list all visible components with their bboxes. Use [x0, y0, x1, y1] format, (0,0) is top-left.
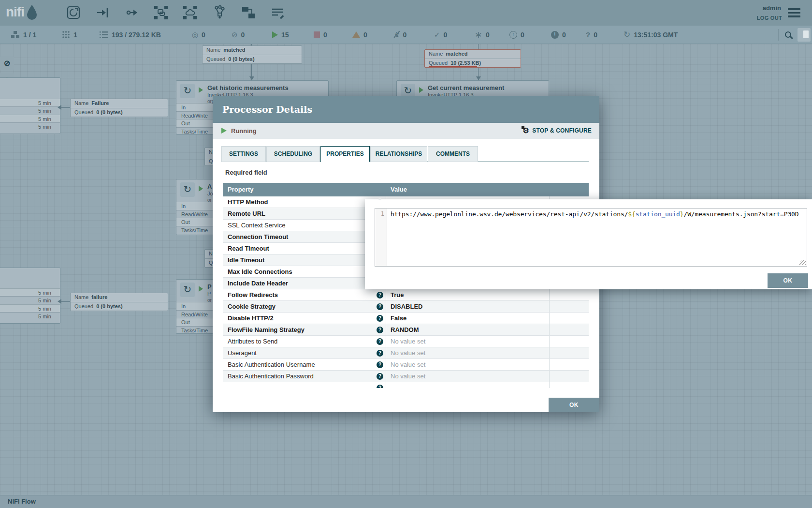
stat-duration: 5 min	[0, 106, 60, 114]
property-row[interactable]: Attributes to SendNo value set	[223, 336, 589, 347]
drag-processor-icon[interactable]	[66, 5, 81, 20]
dialog-tabs: SETTINGS SCHEDULING PROPERTIES RELATIONS…	[221, 146, 478, 162]
search-button[interactable]	[785, 26, 791, 44]
table-header: Property Value	[223, 183, 589, 196]
label-key: Queued	[206, 56, 225, 62]
property-name: Connection Timeout	[228, 233, 288, 240]
processor-cut-off-left[interactable]: 5 min 5 min 5 min 5 min	[0, 77, 60, 134]
connection-name-row: Namefailure	[71, 293, 168, 302]
locally-modified-stale-icon: !	[551, 31, 559, 39]
property-name: Useragent	[228, 349, 257, 357]
tab-comments[interactable]: COMMENTS	[428, 146, 478, 162]
global-menu-icon[interactable]	[788, 8, 800, 17]
connection-queued-row: Queued0 (0 bytes)	[71, 302, 168, 311]
property-name: Max Idle Connections	[228, 268, 292, 275]
stat-duration: 5 min	[0, 99, 60, 106]
el-open-token: ${	[628, 210, 635, 218]
status-running: 15	[272, 26, 289, 44]
help-icon[interactable]	[377, 338, 383, 345]
connection-line[interactable]	[61, 107, 70, 108]
processor-type-icon	[180, 84, 195, 98]
property-row[interactable]: Cookie StrategyDISABLED	[223, 301, 589, 313]
processor-type: Jo	[207, 191, 213, 196]
connection-queued-row: Queued0 (0 bytes)	[71, 108, 168, 117]
help-icon[interactable]	[377, 385, 383, 388]
status-count: 0	[562, 31, 566, 39]
running-state-icon	[199, 87, 203, 93]
drag-funnel-icon[interactable]	[212, 5, 227, 20]
property-row[interactable]: Basic Authentication UsernameNo value se…	[223, 359, 589, 371]
property-name: SSL Context Service	[228, 222, 285, 229]
locally-modified-icon	[475, 31, 482, 38]
status-transmitting: 0	[192, 26, 205, 44]
stat-duration: 5 min	[0, 304, 60, 312]
drag-input-port-icon[interactable]	[96, 5, 110, 20]
property-row[interactable]: Follow RedirectsTrue	[223, 289, 589, 301]
connection-name-row: Namematched	[425, 50, 521, 59]
help-icon[interactable]	[377, 350, 383, 357]
status-count: 15	[281, 31, 289, 39]
status-disabled: 0	[393, 26, 406, 44]
cluster-cubes-icon	[11, 31, 20, 39]
property-value: No value set	[391, 361, 425, 368]
drag-process-group-icon[interactable]	[154, 5, 168, 20]
dialog-ok-button[interactable]: OK	[549, 398, 599, 412]
logout-link[interactable]: LOG OUT	[757, 15, 782, 21]
processor-cut-off-left[interactable]: 5 min 5 min 5 min 5 min	[0, 268, 60, 324]
stop-and-configure-button[interactable]: STOP & CONFIGURE	[523, 127, 592, 134]
stat-duration: 5 min	[0, 312, 60, 320]
help-icon[interactable]	[377, 361, 383, 368]
connection-label-failure[interactable]: NameFailure Queued0 (0 bytes)	[70, 99, 168, 117]
property-row[interactable]: FlowFile Naming StrategyRANDOM	[223, 324, 589, 336]
tab-properties[interactable]: PROPERTIES	[320, 146, 370, 162]
editor-ok-button[interactable]: OK	[768, 273, 808, 288]
connection-label-failure[interactable]: Namefailure Queued0 (0 bytes)	[70, 293, 168, 311]
help-icon[interactable]	[377, 327, 383, 333]
stat-duration: 5 min	[0, 122, 60, 130]
label-value: matched	[223, 47, 245, 53]
property-name: Follow Redirects	[228, 291, 278, 299]
property-row-clipped[interactable]	[223, 382, 589, 388]
breadcrumb-bar: NiFi Flow	[0, 495, 812, 508]
drag-label-icon[interactable]	[270, 5, 285, 20]
value-editor[interactable]: 1 https://www.pegelonline.wsv.de/webserv…	[375, 208, 807, 267]
resize-handle[interactable]	[799, 260, 806, 265]
help-icon[interactable]	[377, 315, 383, 322]
up-to-date-icon	[434, 31, 440, 38]
refresh-icon[interactable]	[624, 31, 630, 38]
status-count: 0	[323, 31, 327, 39]
property-row[interactable]: Basic Authentication PasswordNo value se…	[223, 371, 589, 382]
nifi-logo: nifi	[6, 4, 39, 20]
breadcrumb-nifi-flow[interactable]: NiFi Flow	[8, 498, 36, 505]
drag-remote-process-group-icon[interactable]	[183, 5, 197, 20]
connection-label-matched[interactable]: Namematched Queued0 (0 bytes)	[202, 45, 302, 64]
property-row[interactable]: Disable HTTP/2False	[223, 313, 589, 324]
property-name: Attributes to Send	[228, 338, 277, 345]
status-queued: 193 / 279.12 KB	[100, 26, 161, 44]
help-icon[interactable]	[377, 373, 383, 380]
dialog-status-row: Running STOP & CONFIGURE	[213, 123, 599, 139]
property-value: DISABLED	[391, 303, 422, 310]
sync-failure-icon	[586, 31, 590, 38]
connection-line[interactable]	[61, 301, 70, 302]
help-icon[interactable]	[377, 292, 383, 299]
panel-toggle-button[interactable]	[798, 28, 811, 42]
dialog-title: Processor Details	[213, 96, 599, 123]
tab-settings[interactable]: SETTINGS	[221, 146, 266, 162]
property-name: Include Date Header	[228, 280, 288, 287]
drag-template-icon[interactable]	[241, 5, 256, 20]
connection-label-matched-highlighted[interactable]: Namematched Queued10 (2.53 KB)	[424, 49, 521, 68]
connection-arrow-icon	[58, 299, 61, 304]
property-row[interactable]: UseragentNo value set	[223, 347, 589, 359]
drag-output-port-icon[interactable]	[125, 5, 139, 20]
connection-queued-row: Queued0 (0 bytes)	[203, 55, 302, 63]
processor-type-icon	[180, 283, 195, 297]
help-icon[interactable]	[377, 303, 383, 310]
label-key: Name	[74, 294, 88, 300]
label-value: Failure	[91, 100, 109, 106]
property-value: No value set	[391, 349, 425, 357]
tab-relationships[interactable]: RELATIONSHIPS	[370, 146, 427, 162]
tab-scheduling[interactable]: SCHEDULING	[266, 146, 320, 162]
property-value: RANDOM	[391, 326, 419, 333]
editor-code-line[interactable]: https://www.pegelonline.wsv.de/webservic…	[387, 209, 807, 266]
